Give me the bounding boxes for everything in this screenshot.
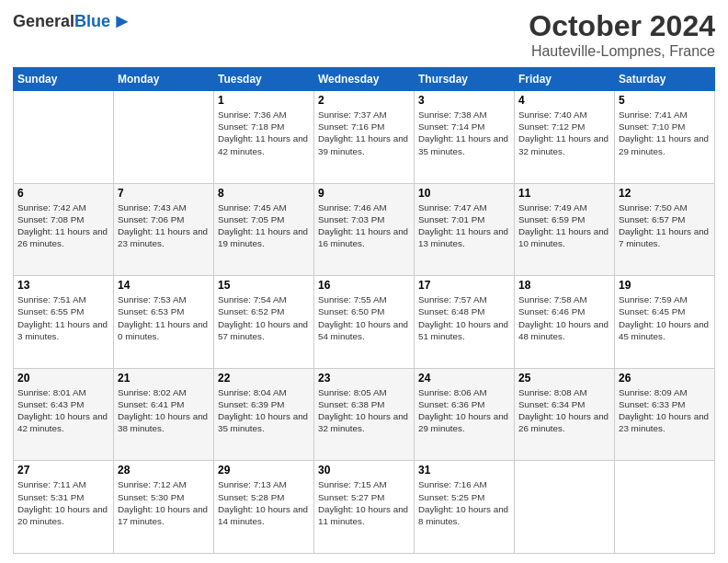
daylight-hours: Daylight: 10 hours and 57 minutes.: [218, 319, 308, 341]
day-info: Sunrise: 7:41 AM Sunset: 7:10 PM Dayligh…: [619, 109, 711, 157]
daylight-hours: Daylight: 10 hours and 11 minutes.: [318, 504, 408, 526]
table-row: 20 Sunrise: 8:01 AM Sunset: 6:43 PM Dayl…: [14, 368, 114, 461]
sunrise-time: Sunrise: 7:51 AM: [17, 294, 86, 304]
sunset-time: Sunset: 6:36 PM: [418, 399, 484, 409]
sunrise-time: Sunrise: 7:43 AM: [118, 202, 187, 213]
table-row: 6 Sunrise: 7:42 AM Sunset: 7:08 PM Dayli…: [14, 183, 114, 276]
day-info: Sunrise: 8:04 AM Sunset: 6:39 PM Dayligh…: [218, 386, 310, 435]
table-row: 15 Sunrise: 7:54 AM Sunset: 6:52 PM Dayl…: [214, 276, 314, 369]
day-info: Sunrise: 7:38 AM Sunset: 7:14 PM Dayligh…: [418, 109, 510, 157]
day-info: Sunrise: 7:15 AM Sunset: 5:27 PM Dayligh…: [318, 478, 410, 527]
daylight-hours: Daylight: 11 hours and 13 minutes.: [418, 226, 508, 248]
day-number: 20: [17, 372, 109, 385]
day-number: 22: [218, 372, 310, 385]
table-row: 13 Sunrise: 7:51 AM Sunset: 6:55 PM Dayl…: [14, 276, 114, 369]
sunset-time: Sunset: 7:10 PM: [619, 121, 685, 132]
day-info: Sunrise: 7:51 AM Sunset: 6:55 PM Dayligh…: [17, 293, 109, 342]
sunset-time: Sunset: 6:48 PM: [418, 306, 484, 316]
table-row: [615, 461, 715, 554]
sunrise-time: Sunrise: 7:13 AM: [218, 479, 287, 489]
day-number: 7: [118, 187, 210, 200]
daylight-hours: Daylight: 11 hours and 7 minutes.: [619, 226, 709, 248]
day-info: Sunrise: 7:40 AM Sunset: 7:12 PM Dayligh…: [518, 109, 610, 157]
day-info: Sunrise: 7:45 AM Sunset: 7:05 PM Dayligh…: [218, 201, 310, 250]
sunset-time: Sunset: 6:53 PM: [118, 306, 184, 316]
day-info: Sunrise: 8:06 AM Sunset: 6:36 PM Dayligh…: [418, 386, 510, 435]
sunrise-time: Sunrise: 7:41 AM: [619, 109, 688, 120]
sunset-time: Sunset: 6:45 PM: [619, 306, 685, 316]
sunrise-time: Sunrise: 7:37 AM: [318, 109, 387, 120]
logo-blue-text: Blue: [74, 12, 110, 31]
day-info: Sunrise: 7:57 AM Sunset: 6:48 PM Dayligh…: [418, 293, 510, 342]
daylight-hours: Daylight: 11 hours and 0 minutes.: [118, 319, 208, 341]
sunrise-time: Sunrise: 7:46 AM: [318, 202, 387, 213]
sunset-time: Sunset: 7:16 PM: [318, 121, 384, 132]
table-row: 10 Sunrise: 7:47 AM Sunset: 7:01 PM Dayl…: [415, 183, 515, 276]
day-number: 3: [418, 94, 510, 107]
month-title: October 2024: [529, 9, 715, 43]
day-number: 21: [118, 372, 210, 385]
logo-bird-icon: ►: [112, 9, 132, 33]
sunset-time: Sunset: 7:12 PM: [518, 121, 585, 132]
day-number: 10: [418, 187, 510, 200]
sunrise-time: Sunrise: 7:50 AM: [619, 202, 688, 213]
day-info: Sunrise: 7:37 AM Sunset: 7:16 PM Dayligh…: [318, 109, 410, 157]
calendar-week-row: 27 Sunrise: 7:11 AM Sunset: 5:31 PM Dayl…: [14, 461, 715, 554]
daylight-hours: Daylight: 10 hours and 8 minutes.: [418, 504, 508, 526]
day-number: 13: [17, 279, 109, 292]
table-row: [14, 91, 114, 184]
table-row: [114, 91, 214, 184]
daylight-hours: Daylight: 11 hours and 42 minutes.: [218, 133, 308, 155]
daylight-hours: Daylight: 11 hours and 26 minutes.: [17, 226, 108, 248]
daylight-hours: Daylight: 10 hours and 54 minutes.: [318, 319, 408, 341]
day-info: Sunrise: 8:02 AM Sunset: 6:41 PM Dayligh…: [118, 386, 210, 435]
day-number: 23: [318, 372, 410, 385]
sunset-time: Sunset: 6:46 PM: [518, 306, 585, 316]
daylight-hours: Daylight: 11 hours and 29 minutes.: [619, 133, 709, 155]
day-info: Sunrise: 7:47 AM Sunset: 7:01 PM Dayligh…: [418, 201, 510, 250]
sunset-time: Sunset: 7:18 PM: [218, 121, 284, 132]
sunset-time: Sunset: 6:55 PM: [17, 306, 84, 316]
day-info: Sunrise: 7:13 AM Sunset: 5:28 PM Dayligh…: [218, 478, 310, 527]
daylight-hours: Daylight: 10 hours and 17 minutes.: [118, 504, 208, 526]
day-number: 12: [619, 187, 711, 200]
daylight-hours: Daylight: 10 hours and 35 minutes.: [218, 411, 308, 433]
col-sunday: Sunday: [14, 68, 114, 91]
main-container: General Blue ► October 2024 Hauteville-L…: [0, 0, 728, 563]
sunrise-time: Sunrise: 8:02 AM: [118, 387, 187, 397]
col-monday: Monday: [114, 68, 214, 91]
sunset-time: Sunset: 6:34 PM: [518, 399, 585, 409]
sunset-time: Sunset: 6:52 PM: [218, 306, 284, 316]
sunrise-time: Sunrise: 7:11 AM: [17, 479, 86, 489]
table-row: 11 Sunrise: 7:49 AM Sunset: 6:59 PM Dayl…: [515, 183, 615, 276]
sunset-time: Sunset: 6:33 PM: [619, 399, 685, 409]
sunrise-time: Sunrise: 7:57 AM: [418, 294, 487, 304]
sunset-time: Sunset: 7:08 PM: [17, 214, 84, 224]
sunrise-time: Sunrise: 7:12 AM: [118, 479, 187, 489]
sunrise-time: Sunrise: 8:06 AM: [418, 387, 487, 397]
calendar-week-row: 1 Sunrise: 7:36 AM Sunset: 7:18 PM Dayli…: [14, 91, 715, 184]
table-row: 17 Sunrise: 7:57 AM Sunset: 6:48 PM Dayl…: [415, 276, 515, 369]
day-number: 9: [318, 187, 410, 200]
calendar-week-row: 20 Sunrise: 8:01 AM Sunset: 6:43 PM Dayl…: [14, 368, 715, 461]
table-row: 14 Sunrise: 7:53 AM Sunset: 6:53 PM Dayl…: [114, 276, 214, 369]
sunset-time: Sunset: 5:30 PM: [118, 492, 184, 502]
sunrise-time: Sunrise: 7:15 AM: [318, 479, 387, 489]
daylight-hours: Daylight: 11 hours and 39 minutes.: [318, 133, 408, 155]
col-thursday: Thursday: [415, 68, 515, 91]
table-row: 3 Sunrise: 7:38 AM Sunset: 7:14 PM Dayli…: [415, 91, 515, 184]
table-row: 1 Sunrise: 7:36 AM Sunset: 7:18 PM Dayli…: [214, 91, 314, 184]
table-row: 29 Sunrise: 7:13 AM Sunset: 5:28 PM Dayl…: [214, 461, 314, 554]
table-row: 12 Sunrise: 7:50 AM Sunset: 6:57 PM Dayl…: [615, 183, 715, 276]
day-number: 17: [418, 279, 510, 292]
sunrise-time: Sunrise: 8:04 AM: [218, 387, 287, 397]
day-number: 11: [518, 187, 610, 200]
day-number: 14: [118, 279, 210, 292]
day-number: 29: [218, 464, 310, 477]
day-number: 31: [418, 464, 510, 477]
sunrise-time: Sunrise: 8:08 AM: [518, 387, 587, 397]
daylight-hours: Daylight: 10 hours and 32 minutes.: [318, 411, 408, 433]
day-number: 26: [619, 372, 711, 385]
day-info: Sunrise: 7:50 AM Sunset: 6:57 PM Dayligh…: [619, 201, 711, 250]
day-info: Sunrise: 7:42 AM Sunset: 7:08 PM Dayligh…: [17, 201, 109, 250]
